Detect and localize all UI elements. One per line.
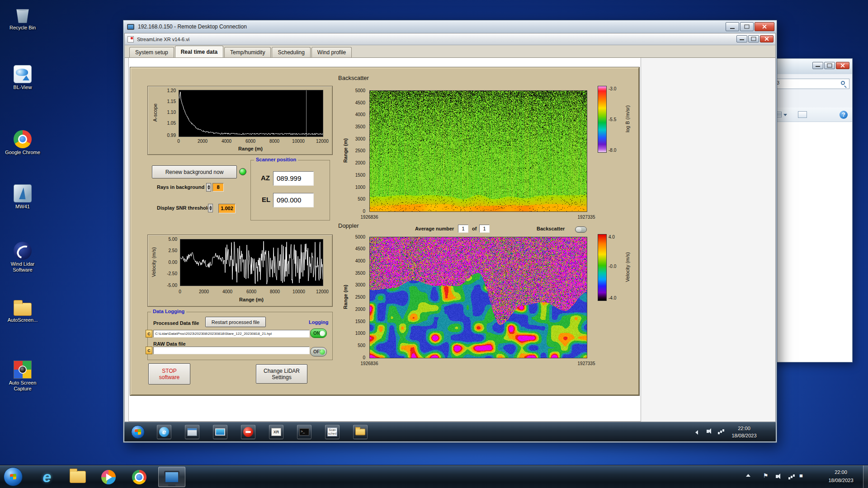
minimize-icon[interactable] xyxy=(812,62,823,69)
remote-taskbar-folder-icon[interactable] xyxy=(353,425,368,439)
velocity-plot[interactable] xyxy=(180,239,323,286)
restart-processed-file-button[interactable]: Restart processed file xyxy=(205,317,266,327)
labview-window[interactable]: StreamLine XR v14-6.vi System setup Real… xyxy=(124,33,776,422)
minimize-icon[interactable] xyxy=(726,22,739,31)
hidden-icons-arrow[interactable] xyxy=(695,430,698,435)
background-led-indicator xyxy=(239,168,246,175)
tick: -5.5 xyxy=(609,117,627,122)
remote-start-button[interactable] xyxy=(131,425,145,439)
clock[interactable]: 22:00 18/08/2023 xyxy=(819,468,863,484)
search-input[interactable] xyxy=(774,80,837,85)
maximize-icon[interactable] xyxy=(740,22,754,31)
snr-stepper[interactable] xyxy=(208,204,213,212)
background-window-content xyxy=(769,122,852,362)
restore-icon[interactable] xyxy=(748,35,759,42)
scanner-position-group: AZ 089.999 EL 090.000 xyxy=(250,160,330,221)
volume-icon[interactable] xyxy=(707,430,709,433)
labview-titlebar[interactable]: StreamLine XR v14-6.vi xyxy=(125,33,775,45)
tick: 4000 xyxy=(217,139,236,144)
stop-software-line2: software xyxy=(159,374,179,380)
network-icon[interactable] xyxy=(788,477,790,479)
snr-value-field[interactable]: 1.002 xyxy=(218,204,236,213)
remote-taskbar-system-icon[interactable] xyxy=(185,425,199,439)
velocity-graph: Velocity (m/s) 5.00 2.50 0.00 -2.50 -5.0… xyxy=(147,235,333,307)
desktop-icon-wind-lidar[interactable]: Wind Lidar Software xyxy=(2,242,43,273)
remote-taskbar-monitor-icon[interactable] xyxy=(213,425,227,439)
background-window-titlebar[interactable] xyxy=(769,59,852,74)
az-value-field[interactable]: 089.999 xyxy=(273,171,314,186)
raw-logging-toggle[interactable]: OFF xyxy=(310,347,327,357)
chrome-icon xyxy=(132,470,146,484)
taskbar-explorer[interactable] xyxy=(66,467,90,487)
backscatter-plot[interactable] xyxy=(369,90,587,212)
drive-icon[interactable]: C xyxy=(146,347,152,354)
search-icon[interactable] xyxy=(841,81,845,85)
close-icon[interactable] xyxy=(836,62,849,69)
taskbar-chrome[interactable] xyxy=(127,467,151,487)
chevron-down-icon[interactable] xyxy=(783,114,787,116)
desktop-icon-label: Recycle Bin xyxy=(2,25,43,31)
help-icon[interactable]: ? xyxy=(840,111,848,119)
rays-stepper[interactable] xyxy=(206,183,211,192)
close-icon[interactable] xyxy=(760,35,774,42)
desktop-icon-auto-screen-capture[interactable]: Auto Screen Capture xyxy=(2,361,43,392)
tick: 1926836 xyxy=(356,361,383,366)
processed-logging-toggle[interactable]: ON xyxy=(310,328,327,338)
remote-taskbar-ie-icon[interactable] xyxy=(157,425,171,439)
backscatter-toggle[interactable] xyxy=(575,226,587,233)
ascope-graph: A-scope 1.20 1.15 1.10 1.05 0.99 0 2000 … xyxy=(147,86,333,155)
taskbar-media-player[interactable] xyxy=(97,467,120,487)
desktop-icon-mw41[interactable]: MW41 xyxy=(2,184,43,210)
rays-value-field[interactable]: 8 xyxy=(212,183,224,192)
remote-clock[interactable]: 22:00 18/08/2023 xyxy=(723,425,765,439)
volume-icon[interactable] xyxy=(776,475,778,478)
doppler-plot[interactable] xyxy=(369,237,587,358)
remote-taskbar-scan-sched-icon[interactable]: Scan sched xyxy=(325,425,340,439)
show-desktop-button[interactable] xyxy=(863,465,868,488)
drive-icon[interactable]: C xyxy=(146,330,152,338)
tick: -0.0 xyxy=(609,264,627,269)
maximize-icon[interactable] xyxy=(824,62,835,69)
desktop-icon-label: Auto Screen Capture xyxy=(2,380,43,392)
desktop-icon-google-chrome[interactable]: Google Chrome xyxy=(2,130,43,155)
start-button[interactable] xyxy=(4,467,23,486)
action-center-flag-icon[interactable]: ⚑ xyxy=(763,472,769,479)
rdp-window[interactable]: 192.168.0.150 - Remote Desktop Connectio… xyxy=(123,20,777,443)
renew-background-button[interactable]: Renew background now xyxy=(152,165,237,178)
raw-data-file-path[interactable] xyxy=(153,347,310,354)
change-lidar-settings-button[interactable]: Change LiDAR Settings xyxy=(256,364,307,384)
remote-taskbar-xr-vi-icon[interactable] xyxy=(269,425,283,439)
remote-taskbar-console-icon[interactable] xyxy=(297,425,311,439)
search-box[interactable] xyxy=(772,79,849,89)
tick: 1.20 xyxy=(161,88,176,93)
tab-system-setup[interactable]: System setup xyxy=(129,47,174,57)
desktop-icon-label: BL-View xyxy=(2,84,43,90)
background-window[interactable]: ? xyxy=(769,58,853,362)
network-icon[interactable] xyxy=(718,432,720,434)
desktop-icon-bl-view[interactable]: BL-View xyxy=(2,65,43,90)
remote-taskbar-stop-icon[interactable] xyxy=(241,425,255,439)
rdp-titlebar[interactable]: 192.168.0.150 - Remote Desktop Connectio… xyxy=(123,20,777,33)
tab-scheduling[interactable]: Scheduling xyxy=(272,47,310,57)
desktop-icon-autoscreen[interactable]: AutoScreen... xyxy=(2,299,43,323)
tab-real-time-data[interactable]: Real time data xyxy=(175,46,223,57)
el-value-field[interactable]: 090.000 xyxy=(273,193,314,207)
desktop-icon-recycle-bin[interactable]: Recycle Bin xyxy=(2,5,43,31)
preview-pane-icon[interactable] xyxy=(798,111,807,118)
average-number-field[interactable]: 1 xyxy=(458,225,468,233)
tick: 4500 xyxy=(350,100,365,105)
backscatter-colorbar-label: log B (/m/sr) xyxy=(625,105,630,132)
taskbar-ie[interactable]: e xyxy=(35,467,59,487)
taskbar-rdp-active[interactable] xyxy=(158,467,185,487)
input-indicator-icon[interactable]: ■ xyxy=(799,472,803,479)
ascope-plot[interactable] xyxy=(179,90,323,137)
close-icon[interactable] xyxy=(755,22,774,31)
stop-software-button[interactable]: STOP software xyxy=(148,363,190,385)
average-of-field[interactable]: 1 xyxy=(479,225,490,233)
tab-wind-profile[interactable]: Wind profile xyxy=(311,47,352,57)
tab-temp-humidity[interactable]: Temp/humidity xyxy=(224,47,271,57)
minimize-icon[interactable] xyxy=(736,35,747,42)
hidden-icons-arrow[interactable] xyxy=(746,474,750,477)
processed-data-file-path[interactable]: C:\Lidar\Data\Proc\2023\202308\20230818\… xyxy=(153,330,310,338)
remote-clock-time: 22:00 xyxy=(723,425,765,432)
